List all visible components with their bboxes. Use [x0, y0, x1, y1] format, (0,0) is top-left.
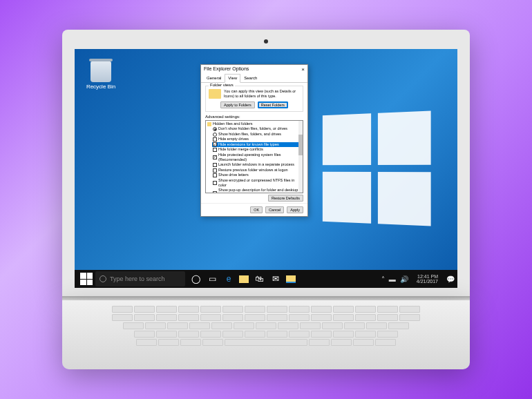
apply-to-folders-button[interactable]: Apply to Folders — [220, 101, 255, 108]
volume-icon[interactable]: 🔊 — [400, 275, 408, 283]
checkbox-icon[interactable] — [213, 168, 217, 173]
dialog-title: File Explorer Options — [204, 66, 249, 72]
file-explorer-options-dialog: File Explorer Options × General View Sea… — [200, 64, 308, 217]
tab-general[interactable]: General — [203, 74, 225, 82]
advanced-setting-item[interactable]: Show drive letters — [212, 173, 302, 177]
advanced-setting-item[interactable]: Launch folder windows in a separate proc… — [212, 162, 302, 167]
setting-label: Show drive letters — [218, 173, 249, 177]
folder-views-legend: Folder views — [209, 83, 235, 87]
start-button[interactable] — [80, 273, 93, 285]
taskbar: Type here to search ◯ ▭ e 🛍 ✉ ˄ ▬ 🔊 — [75, 270, 457, 288]
folder-icon — [209, 89, 221, 99]
setting-label: Show hidden files, folders, and drives — [218, 132, 281, 137]
dialog-titlebar: File Explorer Options × — [201, 65, 307, 74]
advanced-setting-item[interactable]: Show pop-up description for folder and d… — [212, 188, 302, 193]
recycle-bin-label: Recycle Bin — [86, 84, 115, 90]
notifications-icon[interactable]: 💬 — [446, 275, 455, 283]
dialog-button-row: OK Cancel Apply — [201, 203, 307, 216]
setting-label: Don't show hidden files, folders, or dri… — [218, 126, 287, 131]
scrollbar[interactable] — [298, 121, 303, 193]
clock-date: 4/21/2017 — [417, 279, 438, 284]
checkbox-icon[interactable] — [213, 148, 217, 152]
ok-button[interactable]: OK — [250, 206, 263, 213]
taskbar-pinned-apps: ◯ ▭ e 🛍 ✉ — [189, 273, 296, 285]
advanced-setting-item[interactable]: Restore previous folder windows at logon — [212, 168, 302, 173]
radio-icon[interactable] — [213, 127, 217, 131]
tab-body: Folder views You can apply this view (su… — [201, 83, 307, 203]
chevron-up-icon[interactable]: ˄ — [381, 275, 385, 283]
advanced-setting-item[interactable]: Show encrypted or compressed NTFS files … — [212, 178, 302, 188]
checkbox-icon[interactable]: ✓ — [213, 155, 217, 159]
checkbox-icon[interactable] — [213, 191, 217, 193]
setting-label: Hide empty drives — [218, 137, 249, 142]
search-icon — [99, 275, 106, 282]
recycle-bin-icon[interactable]: Recycle Bin — [86, 61, 116, 90]
advanced-setting-item[interactable]: ✓Hide protected operating system files (… — [212, 153, 302, 163]
task-view-icon[interactable]: ▭ — [206, 273, 218, 285]
apply-button[interactable]: Apply — [287, 206, 303, 213]
edge-icon[interactable]: e — [222, 273, 235, 285]
advanced-settings-list[interactable]: Hidden files and foldersDon't show hidde… — [205, 120, 303, 193]
explorer-window-icon[interactable] — [286, 275, 296, 283]
setting-label: Hide protected operating system files (R… — [218, 153, 301, 163]
system-tray: ˄ ▬ 🔊 12:41 PM 4/21/2017 💬 — [381, 274, 455, 284]
setting-label: Restore previous folder windows at logon — [218, 168, 288, 173]
folder-views-group: Folder views You can apply this view (su… — [205, 86, 303, 112]
screen-bezel: Recycle Bin File Explorer Options × Gene… — [62, 30, 470, 296]
store-icon[interactable]: 🛍 — [253, 273, 265, 285]
cancel-button[interactable]: Cancel — [265, 206, 284, 213]
advanced-setting-item[interactable]: Hide folder merge conflicts — [212, 147, 302, 152]
radio-icon[interactable] — [213, 133, 217, 137]
checkbox-icon[interactable] — [213, 173, 217, 177]
advanced-setting-item[interactable]: Show hidden files, folders, and drives — [212, 132, 302, 137]
dialog-tabs: General View Search — [201, 74, 307, 83]
checkbox-icon[interactable]: ✓ — [213, 142, 217, 146]
advanced-setting-item[interactable]: Don't show hidden files, folders, or dri… — [212, 126, 302, 131]
setting-label: Hide folder merge conflicts — [218, 147, 263, 152]
folder-icon — [207, 122, 211, 126]
folder-views-description: You can apply this view (such as Details… — [224, 89, 300, 98]
desktop[interactable]: Recycle Bin File Explorer Options × Gene… — [75, 49, 457, 288]
search-placeholder: Type here to search — [110, 275, 165, 282]
reset-folders-button[interactable]: Reset Folders — [258, 101, 288, 108]
advanced-setting-item[interactable]: Hide empty drives — [212, 137, 302, 142]
explorer-icon[interactable] — [239, 275, 249, 283]
advanced-settings-label: Advanced settings: — [205, 115, 303, 119]
search-input[interactable]: Type here to search — [95, 271, 185, 286]
network-icon[interactable]: ▬ — [389, 275, 396, 283]
tab-view[interactable]: View — [225, 74, 240, 83]
mail-icon[interactable]: ✉ — [269, 273, 282, 285]
clock-time: 12:41 PM — [417, 274, 438, 279]
setting-label: Hide extensions for known file types — [218, 142, 279, 147]
clock[interactable]: 12:41 PM 4/21/2017 — [412, 274, 442, 284]
scrollbar-thumb[interactable] — [298, 135, 303, 155]
checkbox-icon[interactable] — [213, 181, 217, 185]
cortana-icon[interactable]: ◯ — [189, 273, 202, 285]
camera-icon — [264, 39, 268, 43]
tab-search[interactable]: Search — [240, 74, 260, 82]
advanced-setting-item[interactable]: ✓Hide extensions for known file types — [212, 142, 302, 147]
keyboard — [62, 300, 470, 369]
restore-defaults-button[interactable]: Restore Defaults — [268, 195, 303, 202]
setting-label: Show pop-up description for folder and d… — [218, 188, 301, 193]
setting-label: Show encrypted or compressed NTFS files … — [218, 178, 301, 188]
setting-label: Hidden files and folders — [213, 121, 252, 126]
setting-label: Launch folder windows in a separate proc… — [218, 162, 294, 167]
windows-logo-wallpaper — [323, 111, 431, 226]
laptop-frame: Recycle Bin File Explorer Options × Gene… — [62, 30, 470, 369]
advanced-setting-item[interactable]: Hidden files and folders — [207, 121, 302, 126]
checkbox-icon[interactable] — [213, 163, 217, 167]
close-icon[interactable]: × — [301, 66, 305, 72]
checkbox-icon[interactable] — [213, 137, 217, 142]
